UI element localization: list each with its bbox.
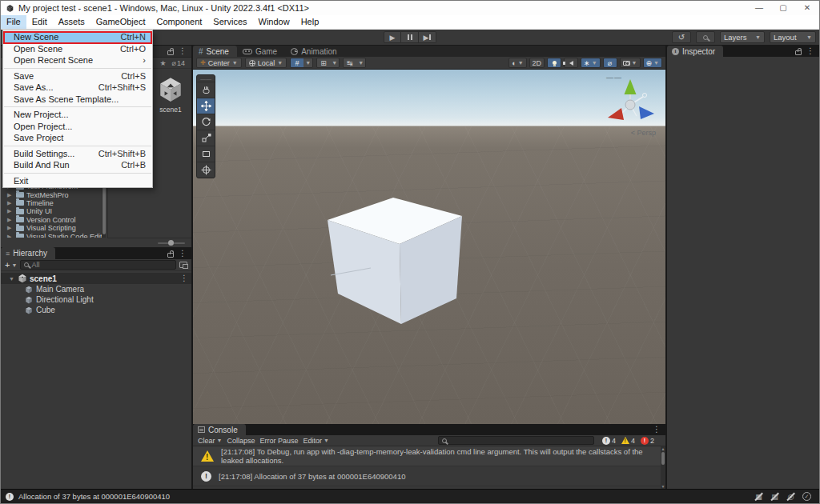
chevron-down-icon[interactable]: ▼	[9, 276, 15, 282]
axis-z-cone[interactable]	[639, 106, 654, 119]
menu-item-exit[interactable]: Exit	[3, 175, 152, 187]
menu-item-open-recent-scene[interactable]: Open Recent Scene›	[3, 54, 152, 66]
axis-x-cone[interactable]	[608, 108, 624, 120]
projection-label[interactable]: < Persp	[631, 129, 656, 137]
cache-server-disconnected-icon[interactable]: ▤	[770, 492, 779, 501]
axis-y-cone[interactable]	[625, 79, 637, 94]
folder-row[interactable]: ▶Visual Studio Code Editor	[1, 232, 102, 238]
menu-item-new-project[interactable]: New Project...	[3, 109, 152, 121]
menu-assets[interactable]: Assets	[53, 15, 90, 29]
transform-tool-button[interactable]	[197, 162, 215, 178]
error-pause-button[interactable]: Error Pause	[259, 437, 298, 445]
create-object-button[interactable]: +▼	[5, 260, 17, 270]
rect-tool-button[interactable]	[197, 146, 215, 162]
hidden-count-badge[interactable]: ⌀14	[172, 59, 185, 67]
scroll-up-icon[interactable]: ▲	[661, 446, 665, 451]
folder-row[interactable]: ▶Unity UI	[1, 207, 102, 215]
tab-game[interactable]: Game	[237, 46, 285, 57]
status-message[interactable]: Allocation of 37 bytes at 000001E6409004…	[18, 492, 170, 501]
minimize-button[interactable]: —	[747, 1, 771, 15]
kebab-menu-icon[interactable]: ⋮	[180, 274, 188, 282]
layout-dropdown[interactable]: Layout ▼	[770, 31, 816, 43]
tab-inspector[interactable]: i Inspector	[667, 46, 723, 57]
gizmo-center[interactable]	[625, 100, 635, 110]
tab-hierarchy[interactable]: ≡ Hierarchy	[1, 247, 55, 259]
menu-services[interactable]: Services	[207, 15, 252, 29]
close-button[interactable]: ✕	[795, 1, 819, 15]
step-button[interactable]: ▶	[419, 31, 436, 43]
hand-tool-button[interactable]	[197, 82, 215, 98]
hierarchy-item[interactable]: Main Camera	[1, 284, 191, 294]
console-search-input[interactable]	[438, 436, 594, 445]
menu-item-build-settings[interactable]: Build Settings...Ctrl+Shift+B	[3, 148, 152, 160]
grid-snap-button[interactable]: # ▼	[290, 58, 313, 68]
menu-window[interactable]: Window	[253, 15, 295, 29]
menu-item-save[interactable]: SaveCtrl+S	[3, 70, 152, 82]
menu-item-open-project[interactable]: Open Project...	[3, 121, 152, 133]
tab-console[interactable]: Console	[193, 424, 246, 435]
folder-row[interactable]: ▶TextMeshPro	[1, 190, 102, 198]
draw-mode-dropdown[interactable]: ◐▼	[508, 58, 526, 68]
kebab-menu-icon[interactable]: ⋮	[179, 250, 187, 258]
menu-item-save-as-scene-template[interactable]: Save As Scene Template...	[3, 94, 152, 106]
log-entry-warning[interactable]: [21:17:08] To Debug, run app with -diag-…	[193, 446, 661, 466]
scene-picker-icon[interactable]	[179, 262, 187, 268]
menu-item-save-project[interactable]: Save Project	[3, 132, 152, 144]
camera-settings-dropdown[interactable]: ▼	[620, 58, 641, 68]
cube-gameobject[interactable]	[321, 194, 465, 328]
menu-edit[interactable]: Edit	[26, 15, 53, 29]
icon-size-slider[interactable]	[158, 242, 185, 244]
audio-toggle[interactable]	[564, 58, 578, 68]
hierarchy-item[interactable]: Directional Light	[1, 294, 191, 305]
kebab-menu-icon[interactable]: ⋮	[806, 47, 814, 55]
rotate-tool-button[interactable]	[197, 114, 215, 130]
orientation-gizmo[interactable]	[601, 74, 659, 132]
play-button[interactable]: ▶	[384, 31, 401, 43]
scale-tool-button[interactable]	[197, 130, 215, 146]
menu-item-save-as[interactable]: Save As...Ctrl+Shift+S	[3, 82, 152, 94]
effects-dropdown[interactable]: ∗▼	[581, 58, 600, 68]
editor-dropdown[interactable]: Editor ▼	[303, 437, 329, 445]
menu-component[interactable]: Component	[151, 15, 207, 29]
scroll-thumb[interactable]	[661, 452, 665, 465]
info-count[interactable]: !4	[602, 437, 616, 445]
collab-offline-icon[interactable]: ◎	[786, 492, 795, 501]
tab-animation[interactable]: Animation	[285, 46, 344, 57]
lock-icon[interactable]	[167, 50, 174, 55]
slider-knob[interactable]	[168, 240, 174, 246]
undo-history-button[interactable]: ↺	[672, 31, 691, 43]
folder-row[interactable]: ▶Version Control	[1, 216, 102, 224]
clear-button[interactable]: Clear ▼	[198, 437, 222, 445]
maximize-button[interactable]: ▢	[771, 1, 795, 15]
favorites-star-icon[interactable]: ★	[159, 59, 166, 67]
menu-file[interactable]: File	[1, 15, 26, 29]
tab-scene[interactable]: # Scene	[193, 46, 237, 57]
menu-item-build-and-run[interactable]: Build And RunCtrl+B	[3, 159, 152, 171]
layers-dropdown[interactable]: Layers ▼	[720, 31, 765, 43]
search-button[interactable]	[696, 31, 715, 43]
folder-row[interactable]: ▶Timeline	[1, 199, 102, 207]
kebab-menu-icon[interactable]: ⋮	[179, 47, 187, 55]
collapse-button[interactable]: Collapse	[227, 437, 255, 445]
align-tools-button[interactable]: ↹ ▼	[343, 58, 366, 68]
menu-item-open-scene[interactable]: Open SceneCtrl+O	[3, 43, 152, 55]
pause-button[interactable]	[401, 31, 419, 43]
warning-count[interactable]: 4	[621, 437, 635, 445]
menu-help[interactable]: Help	[295, 15, 325, 29]
folder-row[interactable]: ▶Visual Scripting	[1, 224, 102, 232]
lighting-toggle[interactable]	[547, 58, 561, 68]
lock-icon[interactable]	[167, 253, 174, 258]
increment-snap-button[interactable]: ⊞ ▼	[316, 58, 340, 68]
hidden-objects-toggle[interactable]: ⌀	[603, 58, 617, 68]
console-scrollbar[interactable]: ▲ ▼	[661, 446, 665, 489]
log-entry-info[interactable]: ! [21:17:08] Allocation of 37 bytes at 0…	[193, 466, 661, 486]
scene-root-row[interactable]: ▼ scene1 ⋮	[1, 273, 191, 284]
kebab-menu-icon[interactable]: ⋮	[653, 426, 665, 434]
hierarchy-item[interactable]: Cube	[1, 305, 191, 315]
orientation-dropdown[interactable]: Local ▼	[245, 58, 287, 68]
2d-toggle[interactable]: 2D	[529, 58, 545, 68]
progress-done-icon[interactable]: ✓	[802, 492, 811, 501]
auto-generate-lighting-off-icon[interactable]: ▦	[754, 492, 763, 501]
gizmos-dropdown[interactable]: ⊕▼	[643, 58, 662, 68]
scene-viewport[interactable]: ——	[193, 70, 665, 424]
